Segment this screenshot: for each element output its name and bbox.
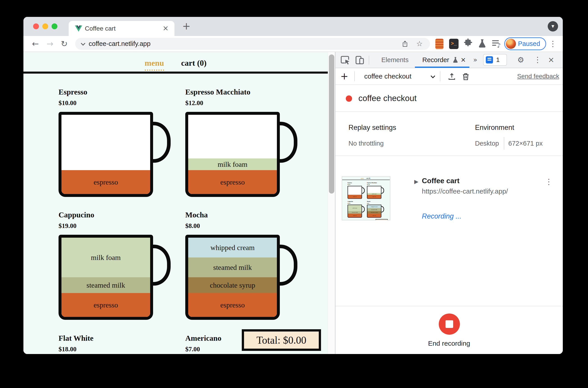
extension-docs-icon[interactable]: [434, 39, 445, 49]
replay-settings-title[interactable]: Replay settings: [348, 123, 396, 132]
thumb-mug: milk foamespresso: [367, 186, 381, 199]
mug[interactable]: whipped creamsteamed milkchocolate syrup…: [185, 235, 280, 320]
recording-select-value[interactable]: coffee checkout: [364, 68, 412, 84]
export-recording-icon[interactable]: [447, 72, 456, 81]
forward-button[interactable]: →: [45, 39, 55, 49]
browser-menu-kebab-icon[interactable]: ⋮: [549, 39, 557, 48]
url-text[interactable]: coffee-cart.netlify.app: [89, 38, 151, 50]
thumb-mug: milk foamsteamed milkespresso: [347, 205, 362, 218]
traffic-light-zoom-button[interactable]: [51, 24, 57, 29]
browser-toolbar: ← → ↻ coffee-cart.netlify.app ☆ >_ ♪: [24, 36, 563, 52]
thumb-layer-espresso: espresso: [368, 214, 381, 217]
active-tab-underline: [415, 67, 469, 68]
profile-status-label: Paused: [518, 38, 540, 49]
mug[interactable]: milk foamespresso: [185, 112, 280, 197]
menu-item: Espresso Macchiato$12.00milk foamespress…: [185, 88, 311, 197]
tab-elements[interactable]: Elements: [381, 52, 409, 68]
thumb-layer-milk-foam: milk foam: [348, 205, 362, 211]
page-scrollbar[interactable]: [328, 52, 335, 354]
thumb-layer-chocolate-syrup: chocolate syrup: [368, 211, 381, 214]
issues-chat-icon: [486, 56, 493, 63]
end-recording-button[interactable]: [439, 314, 460, 335]
send-feedback-link[interactable]: Send feedback: [517, 68, 559, 84]
item-name: Mocha: [185, 211, 311, 219]
extension-terminal-icon[interactable]: >_: [448, 39, 459, 49]
back-button[interactable]: ←: [30, 39, 40, 49]
layer-espresso: espresso: [188, 293, 277, 317]
device-toolbar-icon[interactable]: [355, 55, 365, 65]
page-scrollbar-thumb[interactable]: [329, 54, 334, 194]
tab-recorder[interactable]: Recorder: [422, 52, 449, 68]
layer-label: espresso: [220, 301, 245, 309]
recording-select-chevron-icon[interactable]: [430, 75, 436, 78]
step-title[interactable]: Coffee cart: [422, 177, 460, 185]
item-price: $8.00: [185, 222, 311, 230]
item-name: Flat White: [59, 334, 185, 342]
item-price: $10.00: [59, 99, 185, 107]
share-icon[interactable]: [402, 41, 408, 47]
menu-item: Espresso$10.00espresso: [59, 88, 185, 197]
devtools-close-icon[interactable]: ×: [548, 52, 554, 67]
menu-grid: Espresso$10.00espressoEspresso Macchiato…: [24, 52, 335, 354]
total-button[interactable]: Total: $0.00: [242, 329, 321, 351]
thumb-layer-whipped-cream: whipped cream: [368, 205, 381, 208]
issues-badge[interactable]: 1: [483, 54, 507, 66]
profile-paused-button[interactable]: Paused: [504, 37, 546, 50]
thumb-mug-layers: milk foamespresso: [368, 186, 381, 198]
thumb-item-name: Flat White: [347, 220, 367, 220]
thumb-layer-label: espresso: [353, 196, 357, 197]
thumb-layer-milk-foam: milk foam: [368, 193, 381, 195]
tab-strip: Coffee cart × + ▼: [24, 17, 563, 36]
extension-flask-icon[interactable]: [477, 39, 488, 49]
thumb-menu-item: Espresso Macchiato$12.00milk foamespress…: [367, 182, 386, 199]
thumb-nav-link-menu: menu: [361, 178, 364, 179]
thumb-total-label: Total: $0.00: [378, 220, 385, 220]
tab-close-icon[interactable]: ×: [163, 21, 169, 36]
new-tab-button[interactable]: +: [180, 20, 193, 33]
delete-recording-icon[interactable]: [462, 72, 470, 81]
layer-label: milk foam: [218, 160, 247, 169]
reload-button[interactable]: ↻: [59, 39, 69, 49]
layer-espresso: espresso: [61, 293, 150, 317]
mug[interactable]: milk foamsteamed milkespresso: [59, 235, 153, 320]
step-disclosure-icon[interactable]: ▶: [414, 178, 418, 185]
devtools-menu-kebab-icon[interactable]: ⋮: [534, 55, 542, 65]
layer-label: chocolate syrup: [210, 281, 255, 290]
layer-milk-foam: milk foam: [61, 238, 150, 277]
thumb-cup-illustration: milk foamespresso: [367, 186, 381, 199]
thumb-layer-espresso: espresso: [368, 195, 381, 198]
recorder-tab-close-icon[interactable]: ×: [461, 52, 466, 68]
thumb-layer-label: whipped cream: [371, 206, 377, 207]
terminal-prompt-glyph: >_: [451, 41, 457, 47]
add-recording-button[interactable]: +: [340, 68, 348, 84]
tab-search-button[interactable]: ▼: [548, 21, 558, 31]
step-thumbnail[interactable]: menu cart (0) Espresso$10.00espressoEspr…: [342, 176, 390, 220]
browser-tab[interactable]: Coffee cart ×: [69, 21, 174, 36]
layer-chocolate-syrup: chocolate syrup: [188, 277, 277, 293]
extensions-puzzle-icon[interactable]: [463, 39, 474, 49]
thumb-layer-label: steamed milk: [371, 209, 377, 210]
devtools-settings-gear-icon[interactable]: ⚙: [517, 52, 524, 68]
thumb-nav-divider: [342, 180, 390, 180]
environment-title[interactable]: Environment: [475, 123, 514, 132]
item-price: $19.00: [59, 222, 185, 230]
site-info-chevron-icon[interactable]: [80, 42, 86, 46]
layer-label: espresso: [220, 178, 245, 186]
mug[interactable]: espresso: [59, 112, 153, 197]
menu-item: Cappucino$19.00milk foamsteamed milkespr…: [59, 211, 185, 320]
address-bar[interactable]: coffee-cart.netlify.app ☆: [75, 38, 430, 50]
thumb-mug: whipped creamsteamed milkchocolate syrup…: [367, 205, 381, 218]
traffic-light-minimize-button[interactable]: [42, 24, 48, 29]
bookmark-star-icon[interactable]: ☆: [416, 38, 423, 50]
more-tabs-icon[interactable]: »: [473, 52, 477, 68]
thumb-item-price: $10.00: [347, 184, 367, 185]
thumb-item-name: Espresso Macchiato: [367, 182, 386, 183]
devtools-panel: Elements Recorder × » 1 ⚙ ⋮ × + cof: [335, 52, 563, 354]
extension-playlist-icon[interactable]: ♪: [492, 39, 503, 49]
layer-label: espresso: [94, 301, 118, 309]
inspect-element-icon[interactable]: [340, 55, 350, 65]
step-menu-kebab-icon[interactable]: ⋮: [545, 177, 553, 187]
layer-steamed-milk: steamed milk: [188, 257, 277, 277]
thumb-nav-link-cart: cart (0): [366, 178, 370, 179]
traffic-light-close-button[interactable]: [33, 24, 39, 29]
